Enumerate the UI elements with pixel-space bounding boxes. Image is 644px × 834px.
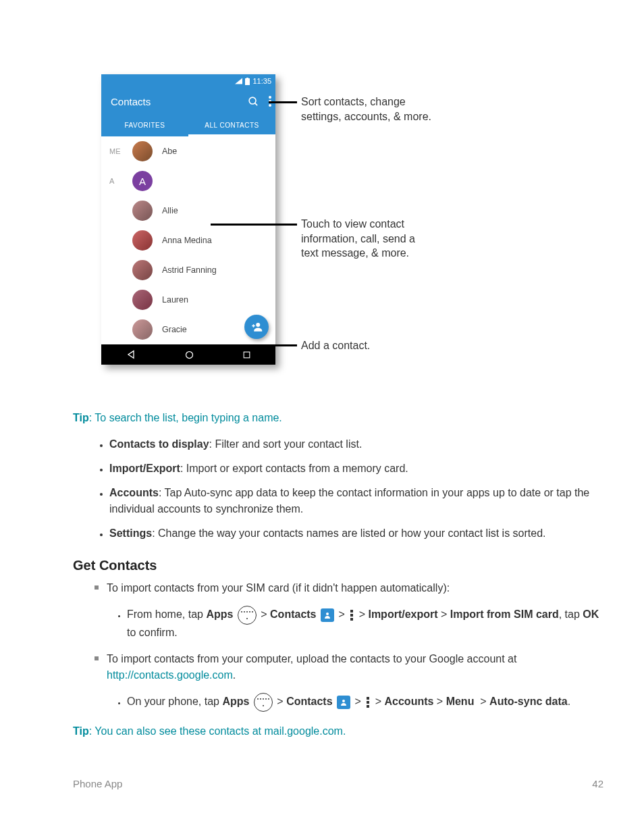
svg-rect-9: [244, 352, 250, 358]
step-auto-sync: On your phone, tap Apps > Contacts > > A…: [127, 693, 603, 712]
footer-section: Phone App: [73, 778, 122, 789]
add-contact-fab[interactable]: [244, 315, 269, 339]
svg-point-7: [256, 323, 260, 327]
back-icon[interactable]: [126, 349, 136, 360]
contacts-app-icon: [321, 608, 334, 622]
avatar: A: [132, 171, 153, 191]
home-icon[interactable]: [184, 350, 194, 360]
contact-name: Abe: [162, 147, 177, 156]
tab-all-contacts[interactable]: ALL CONTACTS: [188, 115, 275, 136]
page-footer: Phone App 42: [73, 778, 603, 789]
svg-rect-1: [246, 78, 248, 78]
search-icon[interactable]: [248, 96, 259, 107]
apps-icon: [238, 606, 257, 625]
settings-bullets: Contacts to display: Filter and sort you…: [73, 436, 603, 542]
svg-point-10: [326, 613, 329, 615]
tab-favorites[interactable]: FAVORITES: [101, 115, 188, 136]
tip-mail-google: Tip: You can also see these contacts at …: [73, 725, 603, 737]
svg-point-6: [269, 104, 271, 107]
callout-fab: Add a contact.: [301, 338, 370, 353]
callout-contact: Touch to view contact information, call,…: [301, 217, 415, 261]
app-title: Contacts: [111, 96, 151, 107]
svg-point-8: [186, 351, 192, 358]
svg-rect-0: [245, 78, 250, 85]
contacts-figure: 11:35 Contacts FAVORITES ALL CONTACTS ME…: [101, 74, 603, 398]
contacts-google-link[interactable]: http://contacts.google.com: [107, 669, 233, 681]
avatar: [132, 260, 153, 280]
svg-point-4: [269, 96, 271, 99]
section-header-me: ME: [109, 147, 132, 155]
apps-icon: [254, 693, 273, 712]
nav-bar: [101, 344, 275, 365]
contacts-app-icon: [337, 696, 350, 709]
list-item[interactable]: ME Abe: [101, 136, 275, 166]
svg-line-3: [255, 103, 258, 105]
contact-name: Astrid Fanning: [162, 265, 217, 275]
signal-icon: [235, 78, 242, 84]
avatar: [132, 290, 153, 310]
menu-icon: [367, 697, 369, 708]
menu-icon: [350, 610, 353, 621]
tip-search: Tip: To search the list, begin typing a …: [73, 412, 603, 424]
avatar: [132, 201, 153, 221]
status-time: 11:35: [252, 77, 271, 85]
list-item[interactable]: Lauren: [101, 285, 275, 315]
tab-bar: FAVORITES ALL CONTACTS: [101, 115, 275, 136]
recents-icon[interactable]: [242, 350, 251, 359]
mail-google-link[interactable]: mail.google.com: [264, 725, 343, 737]
contact-name: Allie: [162, 206, 178, 215]
section-header-a: A: [109, 177, 132, 185]
battery-icon: [245, 78, 250, 85]
svg-point-11: [342, 700, 345, 702]
heading-get-contacts: Get Contacts: [73, 558, 603, 573]
callout-menu: Sort contacts, change settings, accounts…: [301, 95, 431, 124]
contact-name: Anna Medina: [162, 236, 212, 245]
avatar: [132, 319, 153, 340]
list-item[interactable]: Anna Medina: [101, 226, 275, 255]
list-item[interactable]: A A: [101, 166, 275, 196]
page-number: 42: [592, 778, 603, 789]
app-bar: Contacts: [101, 88, 275, 115]
step-import-sim: From home, tap Apps > Contacts > > Impor…: [127, 606, 603, 642]
list-item[interactable]: Allie: [101, 196, 275, 226]
list-item[interactable]: Astrid Fanning: [101, 255, 275, 285]
avatar: [132, 141, 153, 161]
get-contacts-steps: To import contacts from your SIM card (i…: [73, 580, 603, 712]
status-bar: 11:35: [101, 74, 275, 88]
svg-point-2: [249, 97, 256, 104]
add-person-icon: [250, 321, 263, 333]
avatar: [132, 230, 153, 251]
phone-mockup: 11:35 Contacts FAVORITES ALL CONTACTS ME…: [101, 74, 275, 365]
contact-name: Lauren: [162, 295, 188, 305]
contact-name: Gracie: [162, 325, 187, 334]
